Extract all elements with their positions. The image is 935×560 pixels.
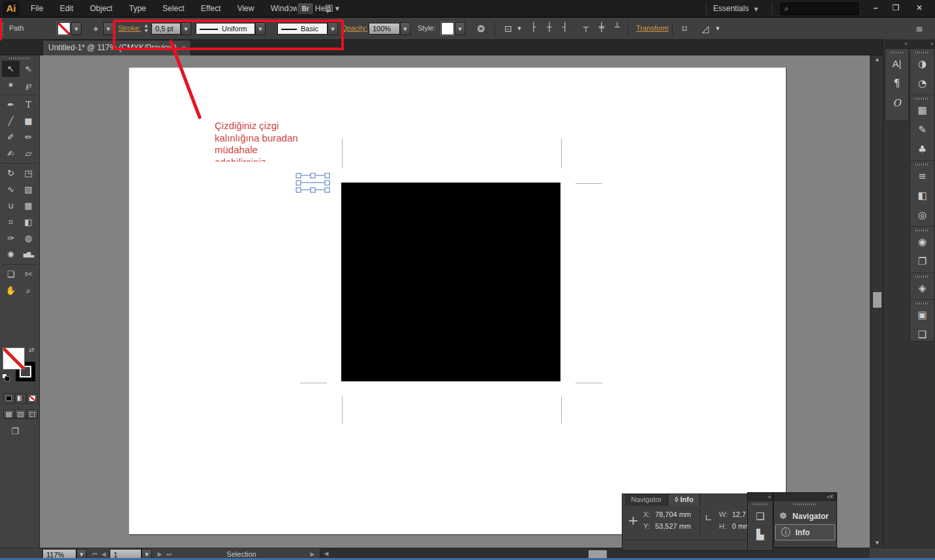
transform-panel-link[interactable]: Transform [636,24,669,32]
graphic-styles-panel[interactable]: ❐ [910,252,934,271]
symbol-sprayer-tool[interactable]: ✺ [2,246,20,263]
fill-indicator[interactable] [3,347,25,370]
opacity-panel-link[interactable]: Opacity: [341,24,367,32]
scroll-left-icon[interactable]: ◀ [322,548,331,559]
gradient-tool[interactable]: ◧ [20,214,37,230]
align-to-selection-icon[interactable]: ⊡ [501,22,515,35]
bounding-box-icon[interactable]: ⌑ [677,22,692,35]
menu-file[interactable]: File [23,0,50,18]
width-tool[interactable]: ∿ [2,181,20,198]
screen-mode-button[interactable]: ❐ [8,426,22,437]
align-center-icon[interactable]: ┼ [542,22,557,32]
magic-wand-tool[interactable]: ✶ [2,77,20,93]
step-down-icon[interactable]: ▼ [142,28,150,33]
blend-tool[interactable]: ◍ [20,230,37,246]
canvas[interactable]: Çizdiğiniz çizgi kalınlığına buradan müd… [40,55,870,548]
pathfinder-panel[interactable]: ❏ [748,507,773,525]
bridge-button[interactable]: Br [297,3,314,15]
restore-button[interactable]: ❐ [886,1,906,14]
stroke-panel-link[interactable]: Stroke: [118,24,141,32]
scale-tool[interactable]: ◳ [20,165,37,181]
mesh-tool[interactable]: ⌗ [2,214,20,230]
shape-mode-icon[interactable]: ◿ [698,22,713,35]
type-tool[interactable]: T [20,96,37,113]
dock-expand-button[interactable]: » [748,493,773,501]
workspace-switcher[interactable]: Essentials▼ [713,0,758,18]
panel-grip[interactable] [891,52,903,53]
document-tab[interactable]: Untitled-1* @ 117% (CMYK/Preview)✕ [42,40,191,55]
variable-width-dropdown[interactable]: ▼ [255,22,266,35]
align-left-icon[interactable]: ├ [526,22,542,32]
panel-grip[interactable] [915,276,929,278]
stroke-color-swatch[interactable] [57,22,70,35]
tab-navigator[interactable]: Navigator [625,494,668,506]
menu-object[interactable]: Object [83,0,120,18]
control-panel-menu-icon[interactable]: ≡ [912,22,927,35]
scroll-up-icon[interactable]: ▲ [871,55,883,64]
links-panel[interactable]: ❑ [910,325,934,344]
menu-type[interactable]: Type [122,0,153,18]
rectangle-tool[interactable]: ■ [20,113,37,129]
swatches-panel[interactable]: ▦ [910,100,934,120]
opacity-field[interactable]: 100% [369,23,400,35]
paintbrush-tool[interactable]: ✐ [2,129,20,145]
panel-grip[interactable] [915,302,929,304]
close-button[interactable]: ✕ [910,1,929,14]
zoom-tool[interactable]: ⌕ [20,282,37,299]
panel-grip[interactable] [793,503,817,505]
step-up-icon[interactable]: ▲ [142,23,150,28]
recolor-artwork-icon[interactable]: ❂ [474,22,488,35]
appearance-panel[interactable]: ◉ [910,232,934,252]
gradient-mode-button[interactable] [15,393,26,404]
stroke-color-dropdown[interactable]: ▼ [71,22,82,35]
dock-close-icon[interactable]: ✕ [829,494,834,500]
search-input[interactable]: ⌕ [780,3,859,15]
artboard-tool[interactable]: ❏ [2,266,20,282]
dock-collapse-button[interactable]: « [885,40,909,48]
shape-builder-tool[interactable]: ∪ [2,198,20,214]
panel-grip[interactable] [9,57,30,59]
layers-panel[interactable]: ◈ [910,278,934,298]
vertical-scrollbar[interactable]: ▲ ▼ [870,55,883,548]
panel-grip[interactable] [915,164,929,166]
target-dropdown[interactable]: ▼ [103,22,114,35]
dock-collapse-button[interactable]: « [910,40,935,48]
selected-line-handles[interactable] [296,170,332,195]
variable-width-profile-field[interactable]: Uniform [196,23,255,35]
eraser-tool[interactable]: ▱ [20,145,37,162]
rotate-tool[interactable]: ↻ [2,165,20,181]
gradient-panel[interactable]: ◧ [910,186,934,205]
swap-fill-stroke-icon[interactable]: ⇄ [29,346,34,353]
align-vcenter-icon[interactable]: ╪ [594,22,609,32]
character-panel[interactable]: A| [885,54,908,74]
shape-mode-dropdown[interactable]: ▼ [714,22,722,35]
vertical-scroll-thumb[interactable] [873,292,881,308]
none-mode-button[interactable] [27,393,38,404]
stroke-panel[interactable]: ≡ [910,166,934,186]
tab-info[interactable]: ◊ Info [669,494,700,506]
hand-tool[interactable]: ✋ [2,282,20,299]
navigator-panel-button[interactable]: ☸Navigator [774,507,836,524]
opentype-panel[interactable]: O [885,93,908,113]
minimize-button[interactable]: – [866,1,885,14]
menu-edit[interactable]: Edit [53,0,81,18]
draw-behind-button[interactable] [15,409,26,419]
align-to-dropdown[interactable]: ▼ [515,22,523,35]
align-top-icon[interactable]: ┬ [578,22,594,32]
style-swatch[interactable] [441,22,454,35]
panel-grip[interactable] [753,503,767,505]
perspective-grid-tool[interactable]: ▦ [20,198,37,214]
eyedropper-tool[interactable]: ✑ [2,230,20,246]
pencil-tool[interactable]: ✏ [20,129,37,145]
tab-close-icon[interactable]: ✕ [181,44,187,52]
free-transform-tool[interactable]: ▧ [20,181,37,198]
slice-tool[interactable]: ✄ [20,266,37,282]
opacity-dropdown[interactable]: ▼ [400,22,410,35]
panel-grip[interactable] [915,229,929,231]
black-rectangle-object[interactable] [341,183,560,381]
align-right-icon[interactable]: ┤ [557,22,573,32]
panel-grip[interactable] [915,98,929,100]
line-segment-tool[interactable]: ╱ [2,113,20,129]
blob-brush-tool[interactable]: ✍ [2,145,20,162]
stroke-weight-field[interactable]: 0,5 pt [151,23,181,35]
